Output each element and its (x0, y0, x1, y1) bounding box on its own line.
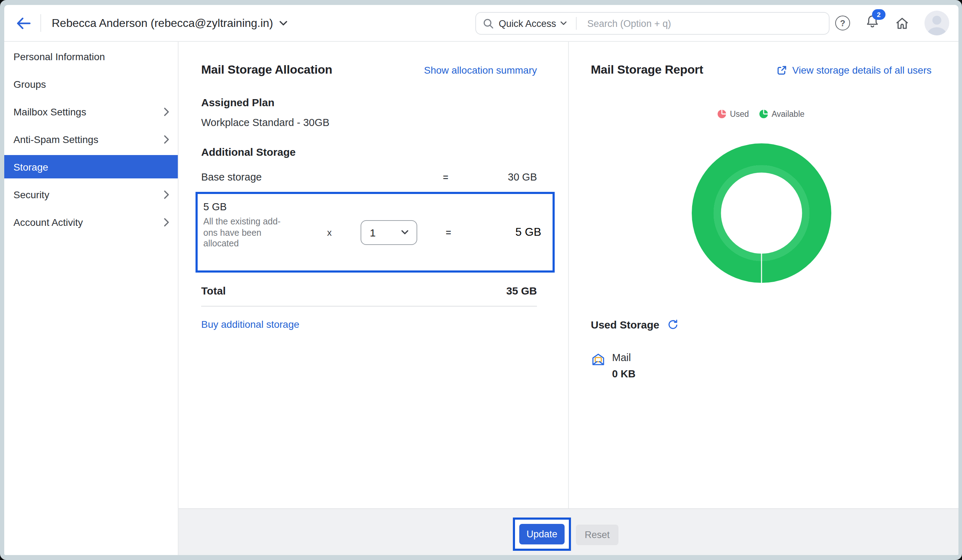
chevron-down-icon (401, 230, 409, 235)
total-label: Total (201, 285, 226, 297)
chevron-right-icon (164, 135, 169, 143)
sidebar-item-label: Mailbox Settings (13, 106, 86, 117)
refresh-icon (667, 319, 678, 330)
sidebar-item-label: Groups (13, 78, 46, 90)
chevron-right-icon (164, 107, 169, 116)
used-storage-heading: Used Storage (591, 319, 659, 331)
sidebar-item-label: Anti-Spam Settings (13, 134, 98, 145)
donut-chart-svg (691, 143, 831, 283)
sidebar-item-anti-spam-settings[interactable]: Anti-Spam Settings (4, 125, 178, 153)
donut-legend: Used Available (591, 110, 931, 118)
action-footer: Update Reset (179, 509, 959, 555)
user-switcher[interactable]: Rebecca Anderson (rebecca@zyltraining.in… (52, 17, 288, 29)
quick-access-label: Quick Access (499, 18, 556, 29)
search-icon (483, 18, 494, 29)
content-column: Mail Storage Allocation Show allocation … (179, 42, 959, 555)
chevron-down-icon (279, 20, 288, 26)
search-divider (576, 17, 577, 30)
top-bar: Rebecca Anderson (rebecca@zyltraining.in… (4, 5, 959, 42)
view-storage-details-label: View storage details of all users (793, 64, 931, 76)
addon-quantity-value: 1 (370, 226, 376, 238)
sidebar-item-label: Security (13, 189, 49, 200)
legend-available-label: Available (772, 110, 804, 118)
addon-total-value: 5 GB (463, 226, 552, 238)
multiply-sign: x (316, 227, 342, 238)
additional-storage-heading: Additional Storage (201, 146, 537, 158)
report-title: Mail Storage Report (591, 63, 703, 77)
buy-additional-storage-link[interactable]: Buy additional storage (201, 319, 299, 330)
sidebar-item-storage[interactable]: Storage (4, 155, 178, 179)
addon-quantity-select[interactable]: 1 (361, 220, 417, 245)
app: Rebecca Anderson (rebecca@zyltraining.in… (4, 5, 959, 555)
addon-size: 5 GB (203, 201, 316, 212)
pie-available-icon (759, 110, 768, 118)
screen: Rebecca Anderson (rebecca@zyltraining.in… (0, 0, 962, 560)
home-icon[interactable] (895, 16, 910, 30)
sidebar-item-mailbox-settings[interactable]: Mailbox Settings (4, 98, 178, 125)
search-input[interactable] (586, 17, 822, 29)
mail-storage-report-panel: Mail Storage Report View storage details… (569, 42, 959, 509)
notifications-button[interactable]: 2 (865, 14, 880, 32)
sidebar-item-label: Account Activity (13, 216, 83, 228)
assigned-plan-value: Workplace Standard - 30GB (201, 117, 537, 128)
mail-usage-text: Mail 0 KB (612, 352, 636, 380)
refresh-button[interactable] (667, 319, 678, 330)
window-frame: Rebecca Anderson (rebecca@zyltraining.in… (0, 0, 962, 560)
base-storage-row: Base storage = 30 GB (201, 169, 537, 185)
mail-icon (591, 352, 606, 367)
external-link-icon (777, 65, 788, 76)
chevron-down-icon (560, 21, 567, 26)
equals-sign: = (434, 227, 463, 238)
update-button[interactable]: Update (519, 524, 565, 544)
base-storage-label: Base storage (201, 171, 431, 183)
legend-used: Used (718, 110, 749, 118)
sidebar-item-personal-information[interactable]: Personal Information (4, 42, 178, 70)
topbar-divider (40, 14, 41, 32)
base-storage-value: 30 GB (460, 171, 537, 183)
equals-sign: = (431, 172, 460, 182)
chevron-right-icon (164, 190, 169, 199)
sidebar-item-security[interactable]: Security (4, 180, 178, 208)
notification-badge: 2 (872, 9, 886, 20)
reset-button[interactable]: Reset (576, 525, 618, 545)
mail-usage-row: Mail 0 KB (591, 352, 931, 380)
view-storage-details-link[interactable]: View storage details of all users (777, 64, 931, 76)
page-title: Rebecca Anderson (rebecca@zyltraining.in… (52, 17, 273, 29)
storage-donut-chart (591, 143, 931, 283)
addon-note: All the existing add-ons have been alloc… (203, 217, 290, 249)
total-row: Total 35 GB (201, 285, 537, 297)
assigned-plan-heading: Assigned Plan (201, 96, 537, 108)
topbar-icons: ? 2 (835, 5, 949, 41)
total-value: 35 GB (506, 285, 537, 297)
chevron-right-icon (164, 218, 169, 226)
show-allocation-summary-link[interactable]: Show allocation summary (424, 64, 537, 76)
search-bar[interactable]: Quick Access (475, 12, 830, 35)
addon-description: 5 GB All the existing add-ons have been … (203, 194, 316, 249)
mail-label: Mail (612, 352, 636, 363)
pie-used-icon (718, 110, 726, 118)
mail-storage-allocation-panel: Mail Storage Allocation Show allocation … (179, 42, 569, 509)
divider (201, 306, 537, 307)
legend-used-label: Used (730, 110, 749, 118)
sidebar-item-label: Storage (13, 161, 48, 172)
quick-access-dropdown[interactable]: Quick Access (499, 18, 567, 29)
allocation-title: Mail Storage Allocation (201, 63, 332, 77)
body: Personal Information Groups Mailbox Sett… (4, 42, 959, 555)
help-icon[interactable]: ? (835, 16, 850, 31)
person-icon (925, 11, 949, 35)
avatar[interactable] (925, 11, 949, 35)
sidebar-item-account-activity[interactable]: Account Activity (4, 208, 178, 236)
sidebar-item-groups[interactable]: Groups (4, 70, 178, 98)
legend-available: Available (759, 110, 804, 118)
sidebar: Personal Information Groups Mailbox Sett… (4, 42, 179, 555)
mail-value: 0 KB (612, 368, 636, 380)
panels: Mail Storage Allocation Show allocation … (179, 42, 959, 509)
back-button[interactable] (14, 14, 32, 32)
update-button-highlight: Update (513, 518, 571, 551)
back-arrow-icon (16, 17, 31, 29)
addon-storage-row-highlight: 5 GB All the existing add-ons have been … (195, 192, 555, 273)
sidebar-item-label: Personal Information (13, 51, 105, 62)
